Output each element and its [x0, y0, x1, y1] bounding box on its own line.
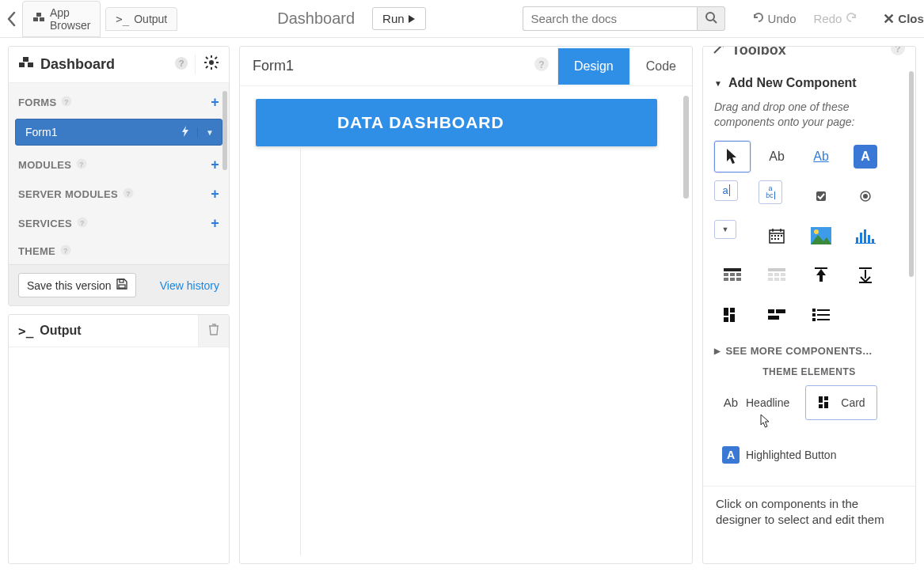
columnpanel-icon: [817, 394, 835, 411]
comp-linearpanel[interactable]: [803, 299, 839, 331]
floppy-icon: [116, 278, 127, 292]
add-module-button[interactable]: +: [211, 157, 219, 173]
comp-upload[interactable]: [803, 259, 839, 291]
comp-pointer[interactable]: [714, 141, 751, 172]
svg-rect-74: [859, 282, 872, 283]
settings-button[interactable]: [195, 55, 219, 74]
tree-item-form1[interactable]: Form1 ▼: [15, 119, 222, 146]
clear-output-button[interactable]: [198, 315, 229, 347]
search-input[interactable]: [523, 6, 697, 31]
svg-rect-66: [774, 273, 779, 276]
scrollbar-thumb[interactable]: [683, 96, 689, 199]
comp-datagrid-disabled[interactable]: [759, 259, 795, 291]
svg-rect-51: [856, 237, 858, 243]
redo-label: Redo: [813, 12, 842, 25]
designer-canvas[interactable]: DATA DASHBOARD: [240, 86, 692, 563]
theme-highlighted-button[interactable]: A Highlighted Button: [714, 441, 844, 468]
comp-plot[interactable]: [847, 220, 884, 252]
barchart-icon: [855, 228, 876, 244]
svg-line-4: [713, 20, 717, 23]
search-button[interactable]: [697, 6, 725, 31]
help-icon[interactable]: ?: [123, 188, 134, 201]
see-more-components[interactable]: ▶ SEE MORE COMPONENTS...: [714, 345, 904, 357]
tree-section-theme[interactable]: THEME ?: [15, 238, 222, 264]
svg-rect-44: [771, 238, 773, 240]
svg-point-37: [863, 194, 868, 199]
svg-rect-35: [816, 191, 826, 201]
svg-rect-80: [776, 309, 785, 313]
tab-app-browser-label: App Browser: [50, 6, 90, 32]
cubes-icon: [18, 56, 34, 73]
svg-rect-55: [872, 239, 874, 243]
tree-section-modules[interactable]: MODULES ? +: [15, 150, 222, 180]
tree-section-services[interactable]: SERVICES ? +: [15, 209, 222, 238]
svg-rect-6: [28, 63, 33, 67]
scrollbar-thumb[interactable]: [909, 71, 914, 277]
svg-rect-61: [724, 278, 728, 281]
comp-textbox[interactable]: a: [714, 180, 738, 201]
theme-headline[interactable]: Ab Headline: [714, 389, 797, 416]
help-icon[interactable]: ?: [60, 244, 71, 258]
tree-section-forms[interactable]: FORMS ? +: [15, 88, 222, 117]
theme-elements-title: THEME ELEMENTS: [714, 366, 904, 377]
help-icon[interactable]: ?: [890, 46, 906, 60]
comp-textarea[interactable]: abc: [759, 180, 782, 204]
tree-section-server-modules[interactable]: SERVER MODULES ? +: [15, 180, 222, 209]
lightning-icon[interactable]: [173, 126, 197, 139]
help-icon[interactable]: ?: [77, 217, 88, 230]
svg-rect-82: [812, 309, 816, 312]
tab-design[interactable]: Design: [557, 48, 629, 85]
svg-point-3: [706, 13, 714, 21]
comp-columnpanel[interactable]: [714, 299, 751, 331]
comp-datepicker[interactable]: [759, 220, 795, 252]
label-icon: Ab: [722, 394, 740, 411]
page-title: Dashboard: [277, 9, 355, 28]
linearpanel-icon: [812, 309, 830, 321]
add-server-module-button[interactable]: +: [211, 186, 219, 203]
scrollbar-thumb[interactable]: [222, 91, 227, 170]
comp-datagrid[interactable]: [714, 259, 751, 291]
comp-image[interactable]: [803, 220, 839, 252]
redo-button[interactable]: Redo: [807, 8, 864, 29]
tab-app-browser[interactable]: App Browser: [22, 1, 101, 37]
help-icon[interactable]: ?: [61, 96, 72, 109]
dashboard-banner[interactable]: DATA DASHBOARD: [256, 99, 657, 146]
view-history-link[interactable]: View history: [160, 279, 219, 292]
help-icon[interactable]: ?: [174, 56, 188, 74]
add-service-button[interactable]: +: [211, 215, 219, 232]
run-button[interactable]: Run: [372, 7, 426, 30]
tab-output[interactable]: >_ Output: [105, 7, 177, 31]
comp-download[interactable]: [847, 259, 884, 291]
section-label: SERVER MODULES: [18, 188, 118, 200]
button-icon: A: [722, 446, 740, 464]
comp-flowpanel[interactable]: [759, 299, 795, 331]
close-button[interactable]: ✕ Close: [876, 7, 924, 31]
chevron-down-icon[interactable]: ▼: [197, 128, 222, 137]
back-button[interactable]: [6, 5, 17, 33]
comp-checkbox[interactable]: [803, 180, 839, 212]
designer-panel: Form1 ? Design Code DATA DASHBOARD: [239, 46, 693, 564]
textbox-icon: a: [722, 184, 729, 196]
svg-rect-64: [768, 268, 785, 271]
tab-code[interactable]: Code: [629, 48, 692, 85]
svg-rect-59: [730, 273, 735, 276]
add-component-section[interactable]: ▼ Add New Component: [714, 71, 904, 95]
prompt-icon: >_: [18, 324, 33, 339]
upload-icon: [813, 267, 829, 283]
comp-link[interactable]: Ab: [803, 141, 839, 172]
comp-dropdown[interactable]: ▼: [714, 220, 736, 239]
link-icon: Ab: [813, 150, 829, 164]
help-icon[interactable]: ?: [76, 158, 87, 172]
svg-rect-58: [724, 273, 728, 276]
toolbox-hint: Drag and drop one of these components on…: [714, 100, 904, 130]
comp-button[interactable]: A: [847, 141, 884, 172]
add-form-button[interactable]: +: [211, 94, 219, 111]
help-icon[interactable]: ?: [534, 56, 549, 76]
svg-rect-70: [781, 278, 785, 281]
save-version-button[interactable]: Save this version: [18, 273, 136, 297]
toolbox-footer-hint: Click on components in the designer to s…: [703, 486, 915, 538]
undo-button[interactable]: Undo: [746, 8, 803, 29]
comp-label[interactable]: Ab: [759, 141, 795, 172]
comp-radio[interactable]: [847, 180, 884, 212]
svg-text:?: ?: [65, 98, 70, 106]
